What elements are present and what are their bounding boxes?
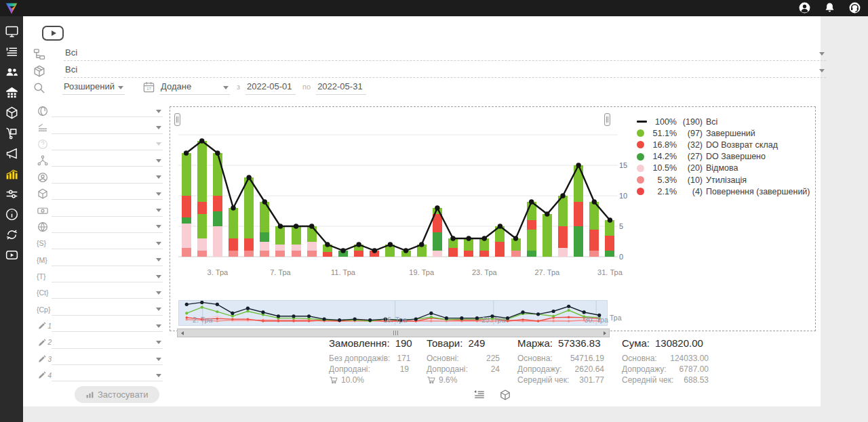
legend-swatch	[637, 129, 644, 137]
legend-item[interactable]: 10.5%(20)Відмова	[637, 163, 810, 174]
filter-select-pencil-2[interactable]	[52, 337, 163, 349]
scrollbar-grip[interactable]	[393, 331, 398, 335]
cart-icon	[427, 375, 436, 385]
chevron-down-icon	[156, 209, 161, 212]
code-ct-icon: {Ct}	[37, 289, 52, 297]
user-account-icon[interactable]	[798, 1, 811, 14]
pencil-3-icon: 3	[37, 353, 52, 365]
sidebar-item-customers[interactable]	[5, 65, 19, 79]
filter-select-sitemap[interactable]	[52, 154, 163, 167]
sidebar-item-settings[interactable]	[5, 187, 19, 201]
filter-row-pencil-1: 1	[37, 318, 163, 334]
filter-row-pencil-2: 2	[37, 334, 163, 350]
main-sidebar	[0, 16, 23, 422]
filter-column: {S}{M}{T}{Ct}{Cp}1234	[37, 103, 163, 384]
legend-item[interactable]: 51.1%(97)Завершений	[637, 127, 810, 139]
product-select-row: Всі	[33, 63, 826, 78]
filter-row-globe-wire	[37, 219, 163, 235]
chart-range-navigator[interactable]: 2. Тра16. Тра23. Тра30. Тра	[178, 300, 608, 326]
filter-select-cube[interactable]	[52, 188, 163, 200]
legend-item[interactable]: 5.3%(10)Утилізація	[637, 174, 810, 186]
sidebar-item-analytics[interactable]	[5, 167, 19, 181]
order-status-select[interactable]: Всі	[64, 46, 826, 61]
legend-swatch	[637, 141, 644, 148]
sidebar-item-supply[interactable]	[5, 126, 19, 140]
date-from-label: з	[237, 83, 240, 91]
view-toggles	[473, 389, 511, 401]
filter-select-code-t[interactable]	[52, 270, 163, 282]
filter-select-code-cp[interactable]	[52, 303, 163, 316]
chart-scrollbar[interactable]	[177, 329, 610, 337]
apply-button[interactable]: Застосувати	[75, 386, 159, 403]
filter-row-code-s: {S}	[37, 235, 163, 251]
date-to-value: 2022-05-31	[317, 81, 363, 91]
filter-select-question-circle[interactable]	[52, 138, 163, 150]
brand-logo-icon[interactable]	[3, 1, 20, 16]
filter-row-code-ct: {Ct}	[37, 284, 163, 301]
sidebar-item-products[interactable]	[5, 106, 19, 120]
chevron-down-icon	[156, 308, 161, 311]
chart-legend: 100%(190)Всі 51.1%(97)Завершений 16.8%(3…	[637, 116, 810, 197]
search-icon	[33, 81, 46, 95]
play-help-button[interactable]	[42, 26, 64, 41]
list-view-icon[interactable]	[473, 389, 486, 401]
legend-swatch	[637, 153, 644, 161]
banknote-icon	[37, 205, 52, 217]
filter-select-code-s[interactable]	[52, 237, 163, 249]
product-select[interactable]: Всі	[64, 63, 826, 78]
chevron-down-icon	[156, 324, 161, 328]
navigator-tick-label: 23. Тра	[481, 316, 505, 324]
sync-icon[interactable]	[5, 228, 19, 242]
legend-swatch	[637, 121, 647, 123]
chevron-down-icon	[156, 242, 161, 245]
filter-row-cube	[37, 186, 163, 202]
legend-item[interactable]: 14.2%(27)DO Завершено	[637, 151, 810, 163]
chevron-down-icon	[819, 52, 825, 56]
analytics-page: { "topbar": { "logo": "brand-logo", "ico…	[0, 0, 868, 422]
scroll-left-arrow-icon[interactable]	[178, 329, 186, 337]
chevron-down-icon	[156, 358, 161, 361]
navigator-tick-label: 30. Тра	[585, 316, 608, 324]
filter-select-pencil-3[interactable]	[52, 353, 163, 365]
video-tutorial-icon[interactable]	[5, 248, 19, 262]
navigator-tick-label: 2. Тра	[193, 316, 212, 324]
filter-select-code-ct[interactable]	[52, 287, 163, 299]
legend-swatch	[637, 165, 644, 172]
sidebar-item-orders-list[interactable]	[5, 45, 19, 59]
sidebar-item-dashboard[interactable]	[5, 24, 19, 39]
sidebar-item-warehouse[interactable]	[5, 85, 19, 100]
legend-item[interactable]: 16.8%(32)DO Возврат склад	[637, 139, 810, 150]
notifications-bell-icon[interactable]	[823, 1, 836, 14]
filter-row-question-circle	[37, 136, 163, 152]
legend-item[interactable]: 100%(190)Всі	[637, 116, 810, 127]
navigator-right-handle[interactable]	[604, 113, 610, 126]
filter-select-pencil-4[interactable]	[52, 369, 163, 381]
code-m-icon: {M}	[37, 256, 52, 264]
filter-select-globe-planet[interactable]	[52, 105, 163, 117]
orders-chart[interactable]	[178, 112, 618, 266]
navigator-left-handle[interactable]	[174, 113, 180, 126]
sidebar-item-marketing[interactable]	[5, 146, 19, 161]
chevron-down-icon	[223, 86, 229, 89]
date-type-select[interactable]: Додане	[159, 80, 230, 95]
search-mode-select[interactable]: Розширений	[62, 80, 125, 95]
filter-select-lines-indent[interactable]	[52, 122, 163, 134]
chart-total-line	[178, 112, 618, 266]
legend-item[interactable]: 2.1%(4)Повернення (завершений)	[637, 186, 810, 197]
support-icon[interactable]	[848, 1, 861, 14]
chevron-down-icon	[156, 275, 161, 278]
filter-select-code-m[interactable]	[52, 254, 163, 266]
stat-products: Товари:249 Основні:225 Допродані:24 9.6%	[427, 337, 500, 385]
scroll-right-arrow-icon[interactable]	[600, 329, 609, 337]
filter-select-pencil-1[interactable]	[52, 320, 163, 332]
chevron-down-icon	[156, 258, 161, 261]
filter-select-user-circle[interactable]	[52, 171, 163, 184]
info-icon[interactable]	[5, 207, 19, 221]
package-view-icon[interactable]	[499, 389, 511, 401]
filter-select-globe-wire[interactable]	[52, 221, 163, 233]
date-from-input[interactable]: 2022-05-01	[245, 80, 296, 95]
date-to-input[interactable]: 2022-05-31	[316, 80, 366, 95]
apply-button-label: Застосувати	[98, 389, 149, 400]
filter-select-banknote[interactable]	[52, 205, 163, 217]
cube-icon	[37, 188, 52, 200]
